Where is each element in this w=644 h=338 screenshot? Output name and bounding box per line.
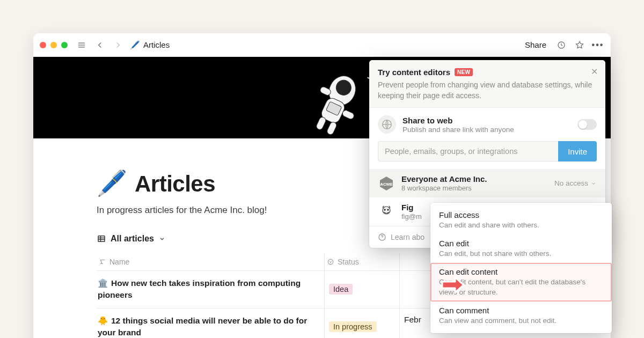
svg-point-19 [328,259,333,264]
updates-icon[interactable] [555,39,568,52]
topbar: 🖊️ Articles Share ••• [33,33,611,57]
column-status[interactable]: Status [324,253,399,270]
row-title: How new tech takes inspiration from comp… [98,278,301,299]
member-row-everyone[interactable]: ACME Everyone at Acme Inc. 8 workspace m… [369,169,605,197]
share-button[interactable]: Share [522,38,550,52]
member-name: Everyone at Acme Inc. [401,174,548,183]
select-property-icon [327,258,334,266]
svg-rect-10 [326,121,338,136]
page-emoji[interactable]: 🖊️ [97,168,127,197]
user-avatar [378,203,395,221]
hamburger-menu-icon[interactable] [75,39,88,52]
close-window-icon[interactable] [40,42,46,48]
status-badge: In progress [329,321,377,332]
chevron-down-icon [158,235,166,243]
forward-button[interactable] [112,39,125,52]
help-icon [378,233,386,241]
share-web-subtitle: Publish and share link with anyone [402,126,571,134]
breadcrumb-title: Articles [143,40,170,49]
workspace-icon: ACME [378,175,395,192]
svg-rect-9 [316,116,327,130]
title-property-icon [99,258,106,266]
access-level-selector[interactable]: No access [554,179,597,187]
chevron-down-icon [590,180,597,187]
row-emoji: 🐥 [98,316,108,325]
more-icon[interactable]: ••• [591,39,604,52]
column-name[interactable]: Name [97,253,324,270]
minimize-window-icon[interactable] [50,42,57,48]
share-web-toggle[interactable] [577,119,597,130]
table-view-icon [97,234,106,244]
svg-rect-8 [341,109,355,120]
perm-option-full-access[interactable]: Full access Can edit and share with othe… [430,206,612,234]
close-icon[interactable]: ✕ [591,67,598,77]
page-icon: 🖊️ [130,40,140,50]
window-controls [40,42,68,48]
svg-point-24 [384,209,385,210]
popover-subtitle: Prevent people from changing view and da… [378,80,597,101]
maximize-window-icon[interactable] [61,42,68,48]
invite-input[interactable]: People, emails, groups, or integrations [378,141,558,161]
svg-text:ACME: ACME [380,182,393,187]
svg-rect-15 [98,236,105,242]
globe-icon [378,115,396,134]
row-emoji: 🏛️ [98,278,108,288]
view-label: All articles [111,234,154,244]
invite-button[interactable]: Invite [558,141,597,161]
status-badge: Idea [329,284,353,295]
share-web-title: Share to web [402,116,571,125]
row-title: 12 things social media will never be abl… [98,316,307,337]
perm-option-can-comment[interactable]: Can comment Can view and comment, but no… [430,302,612,330]
popover-title: Try content editors [378,68,450,77]
member-sub: 8 workspace members [401,184,548,192]
page-title[interactable]: Articles [135,171,215,197]
svg-point-25 [387,209,389,210]
new-badge: NEW [455,68,473,76]
perm-option-can-edit[interactable]: Can edit Can edit, but not share with ot… [430,234,612,263]
callout-arrow-icon [440,275,466,295]
share-to-web-row[interactable]: Share to web Publish and share link with… [369,108,605,141]
popover-header: Try content editors NEW ✕ Prevent people… [369,60,605,108]
back-button[interactable] [93,39,106,52]
breadcrumb[interactable]: 🖊️ Articles [130,40,170,50]
favorite-icon[interactable] [573,39,586,52]
invite-row: People, emails, groups, or integrations … [369,141,605,169]
permission-menu: Full access Can edit and share with othe… [430,203,612,333]
